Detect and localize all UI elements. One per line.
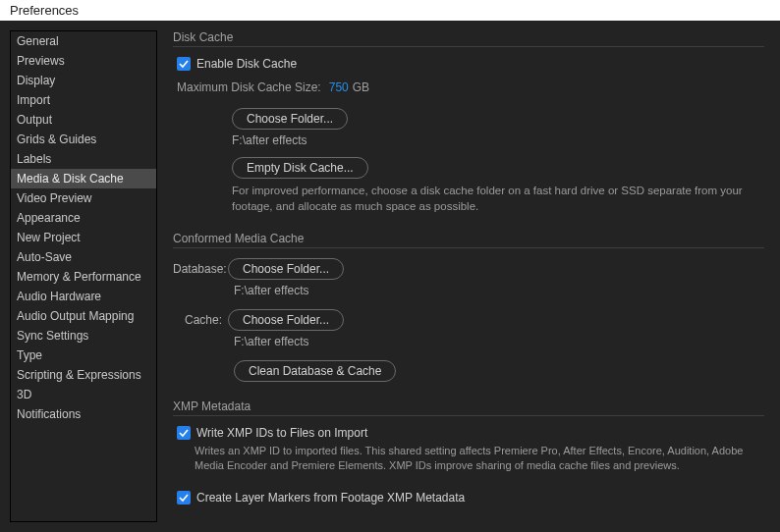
max-size-unit: GB — [353, 80, 369, 94]
main-panel: Disk Cache Enable Disk Cache Maximum Dis… — [173, 30, 770, 522]
sidebar-item-audio-hardware[interactable]: Audio Hardware — [11, 287, 156, 306]
preferences-window: Preferences General Previews Display Imp… — [0, 0, 780, 532]
cache-choose-folder-button[interactable]: Choose Folder... — [228, 309, 344, 331]
sidebar-item-3d[interactable]: 3D — [11, 385, 156, 404]
disk-cache-folder-path: F:\after effects — [232, 133, 764, 147]
enable-disk-cache-row: Enable Disk Cache — [177, 57, 764, 71]
database-label: Database: — [173, 262, 228, 276]
titlebar: Preferences — [0, 0, 780, 21]
sidebar-item-notifications[interactable]: Notifications — [11, 404, 156, 424]
sidebar-item-labels[interactable]: Labels — [11, 149, 156, 169]
conformed-media-title: Conformed Media Cache — [173, 232, 764, 245]
sidebar-item-new-project[interactable]: New Project — [11, 228, 156, 247]
sidebar-item-scripting-expressions[interactable]: Scripting & Expressions — [11, 365, 156, 385]
disk-cache-help-text: For improved performance, choose a disk … — [232, 183, 752, 214]
empty-disk-cache-button[interactable]: Empty Disk Cache... — [232, 157, 368, 179]
layer-markers-checkbox[interactable] — [177, 491, 191, 505]
max-size-value[interactable]: 750 — [329, 80, 349, 94]
divider — [173, 46, 764, 47]
check-icon — [179, 493, 189, 503]
sidebar-item-grids-guides[interactable]: Grids & Guides — [11, 130, 156, 149]
enable-disk-cache-label: Enable Disk Cache — [196, 57, 297, 71]
divider — [173, 415, 764, 416]
window-title: Preferences — [10, 3, 79, 18]
write-xmp-checkbox[interactable] — [177, 426, 191, 440]
sidebar-item-video-preview[interactable]: Video Preview — [11, 188, 156, 208]
sidebar-item-previews[interactable]: Previews — [11, 51, 156, 71]
write-xmp-help: Writes an XMP ID to imported files. This… — [195, 444, 754, 473]
cache-row: Cache: Choose Folder... — [173, 309, 764, 331]
sidebar-item-sync-settings[interactable]: Sync Settings — [11, 326, 156, 346]
write-xmp-row: Write XMP IDs to Files on Import — [177, 426, 764, 440]
sidebar-item-general[interactable]: General — [11, 31, 156, 51]
check-icon — [179, 428, 189, 438]
max-size-row: Maximum Disk Cache Size: 750 GB — [177, 80, 764, 94]
check-icon — [179, 59, 189, 69]
write-xmp-label: Write XMP IDs to Files on Import — [196, 426, 367, 440]
cache-label: Cache: — [173, 313, 228, 327]
sidebar-item-display[interactable]: Display — [11, 71, 156, 90]
database-choose-folder-button[interactable]: Choose Folder... — [228, 258, 344, 280]
disk-cache-section: Disk Cache Enable Disk Cache Maximum Dis… — [173, 30, 764, 214]
layer-markers-row: Create Layer Markers from Footage XMP Me… — [177, 491, 764, 505]
database-path: F:\after effects — [234, 284, 764, 297]
max-size-label: Maximum Disk Cache Size: — [177, 80, 321, 94]
sidebar-item-memory-performance[interactable]: Memory & Performance — [11, 267, 156, 287]
xmp-metadata-title: XMP Metadata — [173, 399, 764, 413]
sidebar-item-auto-save[interactable]: Auto-Save — [11, 247, 156, 267]
sidebar: General Previews Display Import Output G… — [10, 30, 157, 522]
sidebar-item-audio-output-mapping[interactable]: Audio Output Mapping — [11, 306, 156, 326]
window-body: General Previews Display Import Output G… — [0, 21, 780, 532]
clean-database-cache-button[interactable]: Clean Database & Cache — [234, 360, 396, 382]
conformed-media-section: Conformed Media Cache Database: Choose F… — [173, 232, 764, 382]
sidebar-item-type[interactable]: Type — [11, 346, 156, 365]
cache-path: F:\after effects — [234, 335, 764, 348]
sidebar-item-import[interactable]: Import — [11, 90, 156, 110]
sidebar-item-media-disk-cache[interactable]: Media & Disk Cache — [11, 169, 156, 188]
enable-disk-cache-checkbox[interactable] — [177, 57, 191, 71]
database-row: Database: Choose Folder... — [173, 258, 764, 280]
layer-markers-label: Create Layer Markers from Footage XMP Me… — [196, 491, 465, 505]
sidebar-item-output[interactable]: Output — [11, 110, 156, 130]
choose-folder-button[interactable]: Choose Folder... — [232, 108, 348, 130]
divider — [173, 247, 764, 248]
sidebar-item-appearance[interactable]: Appearance — [11, 208, 156, 228]
disk-cache-title: Disk Cache — [173, 30, 764, 44]
xmp-metadata-section: XMP Metadata Write XMP IDs to Files on I… — [173, 399, 764, 505]
